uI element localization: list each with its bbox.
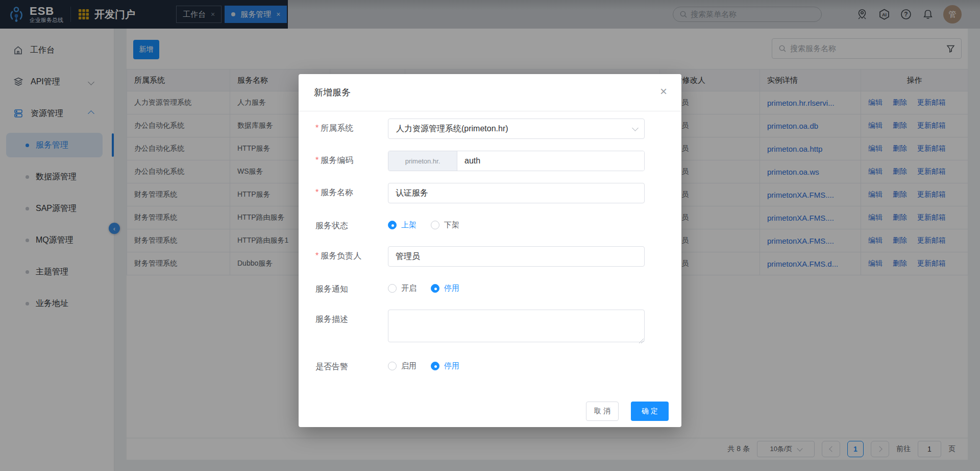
radio-option[interactable]: 停用 — [431, 361, 459, 371]
field-label: 服务状态 — [315, 216, 388, 231]
field-label: *服务负责人 — [315, 246, 388, 267]
field-control: primeton.hr. — [388, 151, 645, 171]
field-control: 上架下架 — [388, 216, 645, 231]
field-label-text: 服务描述 — [315, 315, 348, 323]
radio-selected-icon — [431, 362, 439, 370]
radio-group: 启用停用 — [388, 357, 645, 371]
description-textarea[interactable] — [388, 310, 645, 342]
field-label-text: 是否告警 — [315, 362, 348, 371]
modal-form: *所属系统人力资源管理系统(primeton.hr)*服务编码primeton.… — [299, 111, 681, 402]
close-icon[interactable]: × — [660, 85, 667, 98]
radio-option[interactable]: 启用 — [388, 361, 416, 371]
field-label: 是否告警 — [315, 357, 388, 372]
radio-option[interactable]: 停用 — [431, 284, 459, 293]
required-asterisk: * — [315, 251, 318, 260]
field-label: *所属系统 — [315, 119, 388, 139]
modal-footer: 取 消 确 定 — [299, 402, 681, 427]
field-control: 开启停用 — [388, 279, 645, 295]
radio-option[interactable]: 开启 — [388, 284, 416, 293]
radio-label: 启用 — [401, 361, 416, 371]
service-code-field: primeton.hr. — [388, 151, 645, 171]
field-label: *服务名称 — [315, 183, 388, 203]
radio-label: 上架 — [401, 220, 416, 230]
chevron-down-icon — [632, 125, 639, 131]
text-input[interactable] — [388, 183, 645, 203]
modal-header: 新增服务 × — [299, 74, 681, 111]
confirm-button[interactable]: 确 定 — [631, 402, 669, 421]
field-label-text: 所属系统 — [321, 124, 353, 132]
form-row: *服务负责人 — [315, 246, 681, 267]
field-label-text: 服务状态 — [315, 221, 348, 230]
cancel-button[interactable]: 取 消 — [586, 402, 619, 421]
field-label: *服务编码 — [315, 151, 388, 171]
radio-label: 停用 — [444, 284, 459, 293]
radio-option[interactable]: 上架 — [388, 220, 416, 230]
radio-selected-icon — [431, 284, 439, 293]
field-label-text: 服务编码 — [321, 156, 353, 164]
field-label-text: 服务通知 — [315, 285, 348, 293]
radio-group: 开启停用 — [388, 279, 645, 293]
radio-label: 下架 — [444, 220, 459, 230]
radio-unselected-icon — [388, 362, 397, 370]
resize-grip-icon — [638, 338, 644, 343]
code-prefix: primeton.hr. — [388, 151, 457, 171]
radio-unselected-icon — [431, 221, 439, 229]
radio-option[interactable]: 下架 — [431, 220, 459, 230]
form-row: *所属系统人力资源管理系统(primeton.hr) — [315, 119, 681, 139]
field-control — [388, 310, 645, 344]
code-input[interactable] — [457, 151, 644, 171]
form-row: *服务编码primeton.hr. — [315, 151, 681, 171]
radio-group: 上架下架 — [388, 216, 645, 230]
form-row: 服务描述 — [315, 310, 681, 344]
field-label: 服务描述 — [315, 310, 388, 344]
form-row: 服务通知开启停用 — [315, 278, 681, 295]
form-row: 是否告警启用停用 — [315, 356, 681, 372]
field-label-text: 服务负责人 — [321, 251, 361, 260]
radio-unselected-icon — [388, 284, 397, 293]
field-label: 服务通知 — [315, 279, 388, 295]
system-select[interactable]: 人力资源管理系统(primeton.hr) — [388, 119, 645, 139]
add-service-modal: 新增服务 × *所属系统人力资源管理系统(primeton.hr)*服务编码pr… — [299, 74, 681, 427]
modal-title: 新增服务 — [314, 87, 351, 98]
text-input[interactable] — [388, 246, 645, 267]
radio-label: 停用 — [444, 361, 459, 371]
radio-label: 开启 — [401, 284, 416, 293]
field-label-text: 服务名称 — [321, 188, 353, 197]
radio-selected-icon — [388, 221, 397, 229]
required-asterisk: * — [315, 188, 318, 197]
required-asterisk: * — [315, 156, 318, 164]
form-row: 服务状态上架下架 — [315, 215, 681, 231]
field-control — [388, 246, 645, 267]
field-control: 启用停用 — [388, 357, 645, 372]
field-control — [388, 183, 645, 203]
field-control: 人力资源管理系统(primeton.hr) — [388, 119, 645, 139]
form-row: *服务名称 — [315, 183, 681, 203]
required-asterisk: * — [315, 124, 318, 132]
